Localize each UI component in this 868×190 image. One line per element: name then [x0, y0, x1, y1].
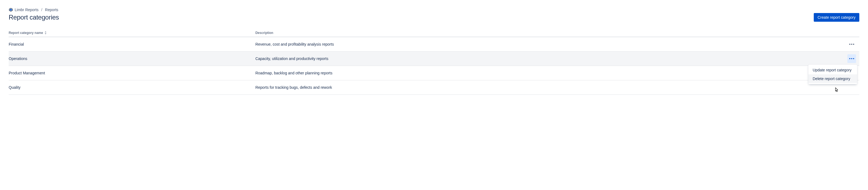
column-header-actions	[843, 29, 859, 37]
column-header-name[interactable]: Report category name	[9, 29, 255, 37]
page-title: Report categories	[9, 13, 59, 21]
row-actions-menu: Update report category Delete report cat…	[808, 65, 857, 84]
svg-point-7	[851, 58, 852, 59]
row-actions-button[interactable]	[847, 40, 856, 49]
menu-item-delete[interactable]: Delete report category	[808, 74, 857, 83]
table-row: Operations Capacity, utilization and pro…	[9, 51, 859, 66]
page-header: Report categories Create report category	[9, 13, 859, 22]
breadcrumb-app-label: Limbr Reports	[14, 8, 38, 12]
breadcrumb-section-label: Reports	[45, 8, 58, 12]
menu-item-update[interactable]: Update report category	[808, 66, 857, 74]
column-header-name-label: Report category name	[9, 31, 43, 35]
report-categories-table: Report category name Description Financi…	[9, 29, 859, 95]
svg-point-4	[851, 44, 852, 45]
svg-point-3	[849, 44, 850, 45]
table-row: Product Management Roadmap, backlog and …	[9, 66, 859, 80]
svg-point-6	[849, 58, 850, 59]
svg-point-8	[853, 58, 854, 59]
column-header-description-label: Description	[255, 31, 273, 35]
cell-description: Reports for tracking bugs, defects and r…	[255, 80, 843, 94]
breadcrumb-separator: /	[41, 8, 42, 12]
create-report-category-button[interactable]: Create report category	[814, 13, 859, 22]
breadcrumb-app-link[interactable]: Limbr Reports	[9, 8, 38, 12]
cell-name: Product Management	[9, 66, 255, 80]
cell-description: Capacity, utilization and productivity r…	[255, 51, 843, 66]
column-header-description[interactable]: Description	[255, 29, 843, 37]
cell-name: Financial	[9, 37, 255, 52]
cell-name: Operations	[9, 51, 255, 66]
app-icon	[9, 8, 13, 12]
cell-description: Revenue, cost and profitability analysis…	[255, 37, 843, 52]
svg-point-5	[853, 44, 854, 45]
sort-icon	[44, 31, 46, 35]
breadcrumb-section-link[interactable]: Reports	[45, 8, 58, 12]
cell-name: Quality	[9, 80, 255, 94]
breadcrumb: Limbr Reports / Reports	[9, 8, 859, 12]
table-row: Quality Reports for tracking bugs, defec…	[9, 80, 859, 94]
cell-description: Roadmap, backlog and other planning repo…	[255, 66, 843, 80]
row-actions-button[interactable]	[847, 54, 856, 63]
table-row: Financial Revenue, cost and profitabilit…	[9, 37, 859, 52]
